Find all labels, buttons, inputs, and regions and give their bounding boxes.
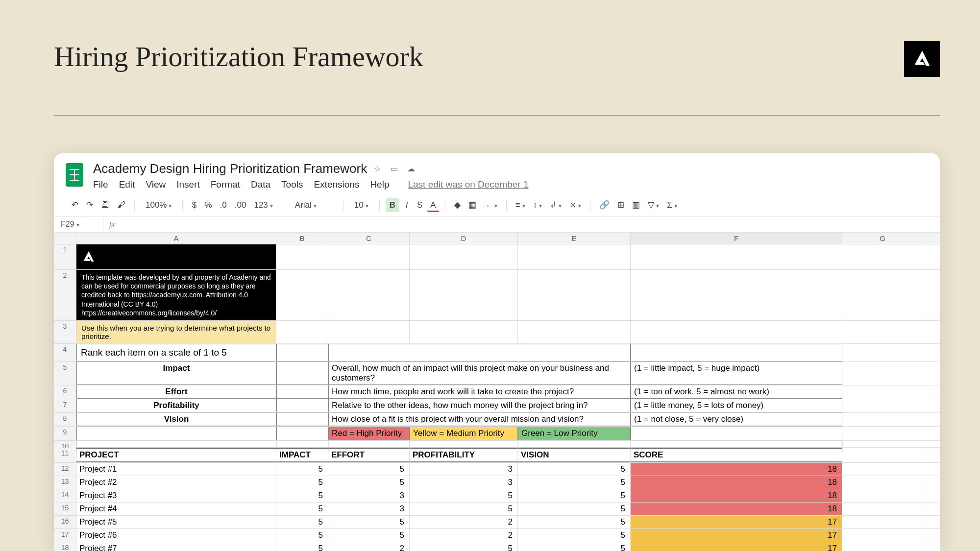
move-icon[interactable]: ▭ [391, 164, 400, 174]
vision-value[interactable]: 5 [518, 503, 631, 515]
row-header[interactable]: 12 [54, 463, 76, 476]
priority-red[interactable]: Red = High Priority [328, 427, 410, 440]
paint-format-icon[interactable]: 🖌 [114, 198, 128, 212]
profit-value[interactable]: 2 [410, 529, 518, 542]
score-value[interactable]: 17 [631, 529, 842, 542]
col-d[interactable]: D [410, 233, 518, 244]
row-header[interactable]: 1 [54, 244, 76, 269]
score-value[interactable]: 17 [631, 516, 842, 528]
format-123-button[interactable]: 123 [251, 198, 275, 212]
impact-value[interactable]: 5 [276, 516, 328, 528]
table-row[interactable]: 17Project #6552517 [54, 529, 940, 542]
cell[interactable] [328, 244, 410, 269]
header-vision[interactable]: VISION [518, 448, 631, 462]
row-header[interactable]: 8 [54, 413, 76, 426]
row-header[interactable]: 14 [54, 489, 76, 502]
cloud-icon[interactable]: ☁ [407, 164, 417, 174]
row-header[interactable]: 17 [54, 529, 76, 542]
vision-value[interactable]: 5 [518, 516, 631, 528]
currency-button[interactable]: $ [189, 198, 199, 212]
criteria-effort-desc[interactable]: How much time, people and work will it t… [328, 385, 631, 399]
cell[interactable] [842, 413, 923, 426]
project-name[interactable]: Project #5 [76, 516, 276, 528]
row-header[interactable]: 16 [54, 516, 76, 528]
usage-note[interactable]: Use this when you are trying to determin… [76, 321, 276, 343]
cell[interactable] [276, 362, 328, 385]
vision-value[interactable]: 5 [518, 542, 631, 551]
cell[interactable] [276, 270, 328, 320]
cell[interactable] [410, 244, 518, 269]
borders-icon[interactable]: ▦ [466, 198, 479, 212]
row-header[interactable]: 9 [54, 427, 76, 440]
document-title[interactable]: Academy Design Hiring Prioritization Fra… [93, 161, 367, 176]
select-all-corner[interactable] [54, 233, 76, 244]
row-header[interactable]: 13 [54, 476, 76, 489]
impact-value[interactable]: 5 [276, 529, 328, 542]
criteria-impact-scale[interactable]: (1 = little impact, 5 = huge impact) [631, 362, 842, 385]
table-row[interactable]: 18Project #7525517 [54, 542, 940, 551]
cell[interactable] [631, 270, 842, 320]
col-a[interactable]: A [76, 233, 276, 244]
vision-value[interactable]: 5 [518, 529, 631, 542]
merge-icon[interactable]: ⫟ [481, 198, 500, 212]
criteria-effort[interactable]: Effort [76, 385, 276, 399]
impact-value[interactable]: 5 [276, 476, 328, 489]
cell[interactable] [276, 244, 328, 269]
redo-icon[interactable]: ↷ [83, 198, 96, 212]
menu-insert[interactable]: Insert [176, 179, 200, 190]
effort-value[interactable]: 5 [328, 476, 410, 489]
table-row[interactable]: 13Project #2553518 [54, 476, 940, 489]
table-row[interactable]: 16Project #5552517 [54, 516, 940, 529]
criteria-vision[interactable]: Vision [76, 413, 276, 426]
filter-icon[interactable]: ▽ [645, 198, 662, 212]
license-text[interactable]: This template was developed by and prope… [76, 270, 276, 320]
col-c[interactable]: C [328, 233, 410, 244]
cell[interactable] [842, 529, 923, 542]
cell[interactable] [842, 476, 923, 489]
cell[interactable] [842, 516, 923, 528]
cell[interactable] [842, 489, 923, 502]
cell[interactable] [328, 270, 410, 320]
cell[interactable] [518, 270, 631, 320]
cell[interactable] [631, 427, 842, 440]
priority-yellow[interactable]: Yellow = Medium Priority [410, 427, 518, 440]
row-header[interactable]: 15 [54, 503, 76, 515]
header-score[interactable]: SCORE [631, 448, 842, 462]
impact-value[interactable]: 5 [276, 489, 328, 502]
menu-tools[interactable]: Tools [281, 179, 303, 190]
vision-value[interactable]: 5 [518, 476, 631, 489]
cell[interactable] [276, 413, 328, 426]
vision-value[interactable]: 5 [518, 463, 631, 476]
chart-icon[interactable]: ▥ [629, 198, 643, 212]
cell[interactable] [842, 448, 923, 462]
table-row[interactable]: 15Project #4535518 [54, 503, 940, 516]
last-edit-link[interactable]: Last edit was on December 1 [408, 179, 528, 190]
undo-icon[interactable]: ↶ [69, 198, 81, 212]
spreadsheet-grid[interactable]: 1 2 This template was developed by and p… [54, 244, 940, 551]
col-b[interactable]: B [276, 233, 328, 244]
cell[interactable] [276, 344, 328, 361]
header-effort[interactable]: EFFORT [328, 448, 410, 462]
cell[interactable] [842, 542, 923, 551]
cell[interactable] [842, 399, 923, 412]
cell[interactable] [410, 270, 518, 320]
menu-edit[interactable]: Edit [119, 179, 135, 190]
criteria-profit-desc[interactable]: Relative to the other ideas, how much mo… [328, 399, 631, 412]
impact-value[interactable]: 5 [276, 503, 328, 515]
decrease-decimal-button[interactable]: .0 [217, 198, 230, 212]
score-value[interactable]: 18 [631, 463, 842, 476]
cell[interactable] [276, 399, 328, 412]
menu-extensions[interactable]: Extensions [314, 179, 359, 190]
cell[interactable] [631, 344, 842, 361]
cell[interactable] [276, 385, 328, 399]
row-header[interactable]: 2 [54, 270, 76, 320]
functions-icon[interactable]: Σ [664, 198, 680, 212]
cell[interactable] [842, 427, 923, 440]
cell[interactable] [328, 321, 410, 343]
align-horizontal-icon[interactable]: ≡ [513, 198, 528, 212]
cell[interactable] [842, 463, 923, 476]
row-header[interactable]: 11 [54, 448, 76, 462]
table-row[interactable]: 14Project #3535518 [54, 489, 940, 503]
percent-button[interactable]: % [201, 198, 215, 212]
effort-value[interactable]: 5 [328, 516, 410, 528]
